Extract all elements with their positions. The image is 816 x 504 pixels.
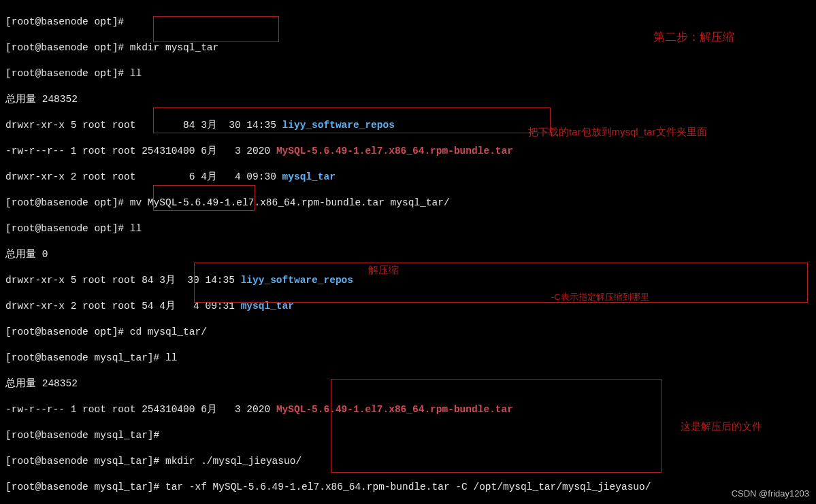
dir-name: liyy_software_repos xyxy=(241,275,353,286)
file-name: MySQL-5.6.49-1.el7.x86_64.rpm-bundle.tar xyxy=(276,146,513,156)
total-line: 总用量 0 xyxy=(5,249,48,260)
watermark: CSDN @friday1203 xyxy=(732,487,809,500)
prompt: [root@basenode mysql_tar]# xyxy=(5,430,165,441)
ls-entry: drwxr-xr-x 5 root root 84 3月 30 14:35 xyxy=(5,275,241,286)
terminal-output[interactable]: [root@basenode opt]# [root@basenode opt]… xyxy=(5,3,811,504)
cmd-ll: ll xyxy=(165,352,177,363)
dir-name: liyy_software_repos xyxy=(282,120,395,131)
prompt: [root@basenode mysql_tar]# xyxy=(5,456,165,467)
prompt: [root@basenode mysql_tar]# xyxy=(5,482,165,492)
prompt: [root@basenode mysql_tar]# xyxy=(5,352,165,363)
prompt: [root@basenode opt]# xyxy=(5,68,130,79)
cmd-ll: ll xyxy=(130,68,142,79)
dir-name: mysql_tar xyxy=(241,301,294,312)
file-name: MySQL-5.6.49-1.el7.x86_64.rpm-bundle.tar xyxy=(276,404,513,415)
cmd-ll: ll xyxy=(130,223,142,234)
prompt: [root@basenode opt]# xyxy=(5,223,130,234)
prompt: [root@basenode opt]# xyxy=(5,326,130,337)
ls-entry: -rw-r--r-- 1 root root 254310400 6月 3 20… xyxy=(5,404,276,415)
total-line: 总用量 248352 xyxy=(5,378,78,389)
cmd-tarxf: tar -xf MySQL-5.6.49-1.el7.x86_64.rpm-bu… xyxy=(165,482,651,492)
dir-name: mysql_tar xyxy=(282,171,336,182)
cmd-mkdir2: mkdir ./mysql_jieyasuo/ xyxy=(165,456,301,467)
ls-entry: drwxr-xr-x 5 root root 84 3月 30 14:35 xyxy=(5,120,282,131)
prompt: [root@basenode opt]# xyxy=(5,42,130,53)
ls-entry: -rw-r--r-- 1 root root 254310400 6月 3 20… xyxy=(5,146,276,156)
cmd-mkdir: mkdir mysql_tar xyxy=(130,42,219,53)
ls-entry: drwxr-xr-x 2 root root 6 4月 4 09:30 xyxy=(5,171,282,182)
prompt: [root@basenode opt]# xyxy=(5,197,130,208)
cmd-cd: cd mysql_tar/ xyxy=(130,326,207,337)
ls-entry: drwxr-xr-x 2 root root 54 4月 4 09:31 xyxy=(5,301,241,312)
total-line: 总用量 248352 xyxy=(5,94,78,105)
prompt: [root@basenode opt]# xyxy=(5,16,130,27)
cmd-mv: mv MySQL-5.6.49-1.el7.x86_64.rpm-bundle.… xyxy=(130,197,450,208)
